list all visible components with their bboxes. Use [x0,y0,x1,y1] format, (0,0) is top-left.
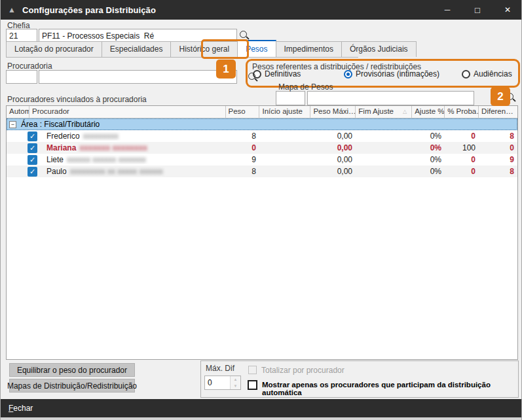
probabilidade-cell: 0 [445,131,479,141]
mostrar-apenas-checkbox-row[interactable]: Mostrar apenas os procuradores que parti… [248,380,519,396]
column-header-ajuste-pct[interactable]: Ajuste % [412,106,445,118]
mapa-de-pesos-label: Mapa de Pesos [278,82,333,92]
radio-definitivas[interactable]: Definitivas [253,69,301,79]
column-header-diferenca[interactable]: Diferen… [479,106,517,118]
totalizar-checkbox-label: Totalizar por procurador [261,366,345,375]
chefia-name-field[interactable] [39,29,237,43]
group-row-area-fiscal-tributario[interactable]: − Área : Fiscal/Tributário [7,118,517,130]
autom-checkbox[interactable]: ✓ [28,155,37,165]
totalizar-checkbox-row: Totalizar por procurador [248,366,345,375]
diferenca-cell: 8 [479,167,517,176]
procuradoria-name-field[interactable] [39,70,237,84]
column-header-probabilidade[interactable]: % Proba… [445,106,479,118]
table-row-frederico[interactable]: ✓ Fredericoxxxxxxxxx 8 0,00 0% 0 8 [7,130,517,142]
column-header-peso[interactable]: Peso [226,106,260,118]
maximize-button[interactable]: □ [462,0,493,20]
column-header-procurador[interactable]: Procurador [29,106,226,118]
status-bar: Fechar [1,399,522,417]
ajuste-pct-cell: 0% [412,131,445,141]
procuradores-table: Autom. Procurador Peso Início ajuste Pes… [6,105,518,360]
column-header-fim-ajuste-label: Fim Ajuste [358,107,394,115]
peso-cell: 9 [225,155,259,164]
peso-maximo-cell: 0,00 [310,131,356,141]
sort-asc-icon: △ [403,109,407,114]
procuradoria-code-field[interactable] [6,70,37,84]
chefia-code-field[interactable] [6,29,37,43]
close-button[interactable]: ✕ [493,0,522,20]
procuradoria-label: Procuradoria [7,61,52,71]
title-bar: ▲ Configurações para Distribuição ─ □ ✕ [1,0,522,20]
tab-pesos[interactable]: Pesos [237,40,276,57]
redacted-surname: xxxxxxxxx [83,131,119,141]
fechar-button[interactable]: Fechar [9,404,33,413]
mapas-distribuicao-button[interactable]: Mapas de Distribuição/Redistribuição [9,379,135,393]
table-caption: Procuradores vinculados à procuradoria [7,95,147,104]
max-dif-stepper[interactable]: 0 ▲ ▼ [204,376,241,390]
mostrar-apenas-checkbox-label: Mostrar apenas os procuradores que parti… [262,380,519,396]
autom-checkbox[interactable]: ✓ [28,143,37,153]
column-header-inicio-ajuste[interactable]: Início ajuste [259,106,310,118]
max-dif-label: Máx. Dif [206,364,234,373]
diferenca-cell: 9 [479,155,517,164]
column-header-peso-maximo[interactable]: Peso Máxi… [310,106,356,118]
radio-provisorias[interactable]: Provisórias (intimações) [344,69,439,79]
ajuste-pct-cell: 0% [412,155,445,164]
column-header-fim-ajuste[interactable]: Fim Ajuste △ [356,106,412,118]
probabilidade-cell: 100 [445,143,479,152]
radio-provisorias-circle-icon [344,70,352,79]
totalizar-checkbox [248,366,257,374]
redacted-surname: xxxxxx xxxxxx xxxxxxx [67,155,146,164]
mapa-de-pesos-code-field[interactable] [276,91,305,105]
tab-lotacao-do-procurador[interactable]: Lotação do procurador [6,41,102,57]
autom-checkbox[interactable]: ✓ [28,167,37,177]
radio-definitivas-label: Definitivas [265,69,301,79]
diferenca-cell: 0 [479,143,517,152]
spin-down-icon[interactable]: ▼ [231,383,240,389]
peso-cell: 8 [225,167,259,176]
redacted-surname: xxxxxxxxx xx xxxxx xxxxxx [70,167,163,176]
equilibrar-peso-button[interactable]: Equilibrar o peso do procurador [9,363,135,377]
window-bottom-edge [1,417,522,420]
radio-provisorias-label: Provisórias (intimações) [356,69,439,79]
procurador-name-cell: Fredericoxxxxxxxxx [37,131,225,141]
peso-cell: 8 [225,131,259,141]
ajuste-pct-cell: 0% [412,167,445,176]
redacted-surname: xxxxxxx xxxxxxxx [79,143,147,152]
group-row-label: Área : Fiscal/Tributário [21,120,100,129]
peso-maximo-cell: 0,00 [310,155,356,164]
autom-checkbox[interactable]: ✓ [28,131,37,141]
configuracoes-distribuicao-window: ▲ Configurações para Distribuição ─ □ ✕ … [0,0,522,420]
mapa-de-pesos-name-field[interactable] [307,91,474,105]
spin-up-icon[interactable]: ▲ [231,376,240,383]
radio-audiencias[interactable]: Audiências [462,69,512,79]
diferenca-cell: 8 [479,131,517,141]
radio-audiencias-circle-icon [462,70,470,79]
peso-maximo-cell: 0,00 [310,143,356,152]
max-dif-value: 0 [205,376,230,389]
mostrar-apenas-checkbox[interactable] [248,380,257,390]
tab-bar: Lotação do procurador Especialidades His… [6,41,358,58]
procurador-name-cell: Lietexxxxxx xxxxxx xxxxxxx [37,155,225,164]
radio-audiencias-label: Audiências [474,69,512,79]
callout-badge-2: 2 [491,87,510,106]
column-header-autom[interactable]: Autom. [7,106,29,118]
tab-impedimentos[interactable]: Impedimentos [276,41,342,57]
collapse-group-icon[interactable]: − [9,121,16,128]
table-row-mariana[interactable]: ✓ Marianaxxxxxxx xxxxxxxx 0 0,00 0% 100 … [7,142,517,154]
procurador-name-cell: Marianaxxxxxxx xxxxxxxx [37,143,225,152]
ajuste-pct-cell: 0% [412,143,445,152]
tab-orgaos-judiciais[interactable]: Órgãos Judiciais [341,41,417,57]
peso-cell: 0 [225,143,259,152]
probabilidade-cell: 0 [445,155,479,164]
probabilidade-cell: 0 [445,167,479,176]
window-title: Configurações para Distribuição [22,5,156,15]
procuradoria-search-icon[interactable] [248,72,259,83]
table-row-liete[interactable]: ✓ Lietexxxxxx xxxxxx xxxxxxx 9 0,00 0% 0… [7,154,517,166]
table-row-paulo[interactable]: ✓ Pauloxxxxxxxxx xx xxxxx xxxxxx 8 0,00 … [7,166,517,177]
minimize-button[interactable]: ─ [432,0,462,20]
tab-especialidades[interactable]: Especialidades [102,41,172,57]
table-header-row: Autom. Procurador Peso Início ajuste Pes… [7,106,517,118]
peso-maximo-cell: 0,00 [310,167,356,176]
tab-historico-geral[interactable]: Histórico geral [170,41,238,57]
procurador-name-cell: Pauloxxxxxxxxx xx xxxxx xxxxxx [37,167,225,176]
